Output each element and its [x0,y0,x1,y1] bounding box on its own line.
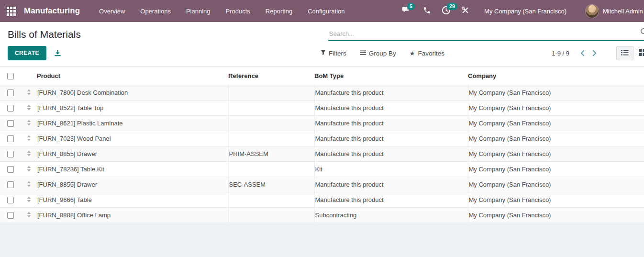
row-checkbox[interactable] [7,135,14,142]
cell-product[interactable]: [FURN_8621] Plastic Laminate [37,116,228,131]
up-down-arrows-icon [27,166,31,173]
cell-bom-type[interactable]: Manufacture this product [314,116,468,131]
cell-company[interactable]: My Company (San Francisco) [468,208,644,223]
cell-company[interactable]: My Company (San Francisco) [468,101,644,116]
row-drag-handle[interactable] [21,146,37,162]
select-all-checkbox[interactable] [7,73,14,79]
group-by-label: Group By [369,50,396,57]
table-row[interactable]: [FURN_7800] Desk Combination Manufacture… [0,85,644,101]
favorites-button[interactable]: ★ Favorites [410,50,444,57]
column-header-bom-type[interactable]: BoM Type [314,67,468,85]
top-menu: OverviewOperationsPlanningProductsReport… [91,0,352,22]
phone-icon [423,6,431,16]
cell-company[interactable]: My Company (San Francisco) [468,85,644,101]
cell-company[interactable]: My Company (San Francisco) [468,162,644,177]
cell-company[interactable]: My Company (San Francisco) [468,116,644,131]
table-row[interactable]: [FURN_8855] Drawer PRIM-ASSEM Manufactur… [0,146,644,162]
row-drag-handle[interactable] [21,101,37,116]
filters-button[interactable]: Filters [321,50,346,57]
manufacturing-app-window: Manufacturing OverviewOperationsPlanning… [0,0,644,257]
pager-previous-button[interactable] [576,48,588,58]
column-header-reference[interactable]: Reference [228,67,314,85]
cell-bom-type[interactable]: Kit [314,162,468,177]
table-row[interactable]: [FURN_8888] Office Lamp Subcontracting M… [0,208,644,223]
cell-reference[interactable] [228,131,314,146]
cell-bom-type[interactable]: Manufacture this product [314,101,468,116]
row-checkbox[interactable] [7,181,14,188]
kanban-view-button[interactable] [633,46,644,60]
cell-company[interactable]: My Company (San Francisco) [468,177,644,192]
pager-next-button[interactable] [588,48,601,58]
column-header-company[interactable]: Company [468,67,644,85]
cell-product[interactable]: [FURN_9666] Table [37,192,228,208]
cell-product[interactable]: [FURN_7800] Desk Combination [37,85,228,101]
row-checkbox[interactable] [7,151,14,157]
user-menu[interactable]: Mitchell Admin [573,0,644,22]
cell-reference[interactable]: PRIM-ASSEM [228,146,314,162]
cell-reference[interactable]: SEC-ASSEM [228,177,314,192]
row-drag-handle[interactable] [21,192,37,208]
row-drag-handle[interactable] [21,162,37,177]
row-drag-handle[interactable] [21,116,37,131]
cell-reference[interactable] [228,116,314,131]
cell-reference[interactable] [228,85,314,101]
search-icon[interactable] [640,28,644,38]
cell-product[interactable]: [FURN_7023] Wood Panel [37,131,228,146]
list-view-button[interactable] [616,46,633,60]
cell-product[interactable]: [FURN_8855] Drawer [37,177,228,192]
row-checkbox[interactable] [7,105,14,112]
row-checkbox[interactable] [7,120,14,127]
cell-bom-type[interactable]: Manufacture this product [314,146,468,162]
top-menu-item[interactable]: Reporting [258,0,300,22]
cell-product[interactable]: [FURN_8855] Drawer [37,146,228,162]
table-row[interactable]: [FURN_9666] Table Manufacture this produ… [0,192,644,208]
cell-bom-type[interactable]: Subcontracting [314,208,468,223]
cell-company[interactable]: My Company (San Francisco) [468,146,644,162]
developer-tools-button[interactable] [456,0,475,22]
table-row[interactable]: [FURN_78236] Table Kit Kit My Company (S… [0,162,644,177]
group-by-button[interactable]: Group By [360,50,396,57]
app-name-menu[interactable]: Manufacturing [24,6,80,16]
row-checkbox[interactable] [7,89,14,96]
cell-bom-type[interactable]: Manufacture this product [314,131,468,146]
search-input[interactable] [328,28,644,40]
cell-company[interactable]: My Company (San Francisco) [468,192,644,208]
cell-bom-type[interactable]: Manufacture this product [314,85,468,101]
row-drag-handle[interactable] [21,131,37,146]
top-menu-item[interactable]: Planning [178,0,218,22]
top-menu-item[interactable]: Overview [91,0,133,22]
export-icon[interactable] [54,50,61,57]
cell-bom-type[interactable]: Manufacture this product [314,192,468,208]
cell-product[interactable]: [FURN_8888] Office Lamp [37,208,228,223]
row-checkbox[interactable] [7,212,14,219]
cell-reference[interactable] [228,192,314,208]
cell-reference[interactable] [228,208,314,223]
control-panel: Bills of Materials CREATE Filters [0,22,644,66]
activities-button[interactable]: 29 [436,0,456,22]
table-row[interactable]: [FURN_7023] Wood Panel Manufacture this … [0,131,644,146]
top-menu-item[interactable]: Operations [133,0,178,22]
table-row[interactable]: [FURN_8621] Plastic Laminate Manufacture… [0,116,644,131]
table-row[interactable]: [FURN_8522] Table Top Manufacture this p… [0,101,644,116]
row-drag-handle[interactable] [21,85,37,101]
top-menu-item[interactable]: Products [218,0,258,22]
cell-product[interactable]: [FURN_78236] Table Kit [37,162,228,177]
row-drag-handle[interactable] [21,208,37,223]
cell-bom-type[interactable]: Manufacture this product [314,177,468,192]
table-row[interactable]: [FURN_8855] Drawer SEC-ASSEM Manufacture… [0,177,644,192]
voip-button[interactable] [418,0,436,22]
apps-menu-icon[interactable] [0,0,22,22]
cell-reference[interactable] [228,162,314,177]
row-drag-handle[interactable] [21,177,37,192]
messages-button[interactable]: 5 [397,0,418,22]
create-button[interactable]: CREATE [8,46,46,60]
pager-value[interactable]: 1-9 / 9 [552,50,569,57]
company-switcher[interactable]: My Company (San Francisco) [477,0,573,22]
row-checkbox[interactable] [7,197,14,203]
row-checkbox[interactable] [7,166,14,173]
cell-product[interactable]: [FURN_8522] Table Top [37,101,228,116]
cell-company[interactable]: My Company (San Francisco) [468,131,644,146]
cell-reference[interactable] [228,101,314,116]
column-header-product[interactable]: Product [37,67,228,85]
top-menu-item[interactable]: Configuration [300,0,352,22]
